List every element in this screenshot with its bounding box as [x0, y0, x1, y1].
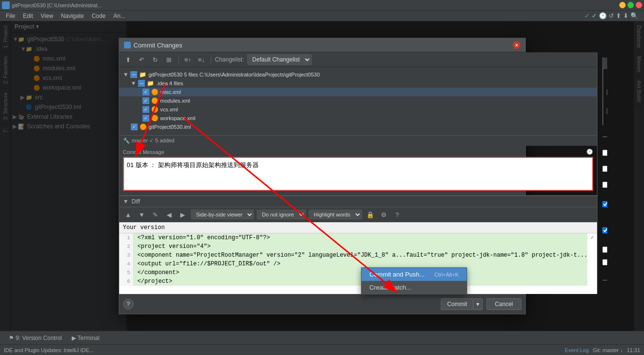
- diff-up-btn[interactable]: ▲: [123, 209, 134, 220]
- terminal-tab[interactable]: ▶ Terminal: [67, 333, 104, 343]
- menu-an[interactable]: An...: [110, 12, 129, 20]
- git-pull-icon[interactable]: ⬇: [623, 12, 628, 19]
- linecontent-6: </project>: [134, 277, 588, 286]
- create-patch-label: Create Patch...: [369, 284, 411, 291]
- commit-push-item[interactable]: Commit and Push... Ctrl+Alt+K: [361, 268, 466, 281]
- git-options-panel: Git Author: Amend commit: [597, 52, 607, 294]
- toolbar-move-up-btn[interactable]: ⬆: [123, 54, 134, 65]
- diff-down-btn[interactable]: ▼: [137, 209, 147, 220]
- ide-shell: gitProject0530 [C:\Users\Administrat... …: [0, 0, 644, 355]
- modal-modules-row[interactable]: ✓ 🟠 modules.xml: [119, 96, 597, 105]
- maximize-btn[interactable]: [628, 2, 634, 8]
- toolbar-sort-btn[interactable]: ≡↑: [183, 54, 193, 65]
- modules-checkbox[interactable]: ✓: [142, 97, 149, 104]
- version-control-tab[interactable]: ⚑ 9: Version Control: [4, 333, 67, 343]
- diff-version-label: Your version: [119, 222, 597, 233]
- commit-msg-textarea[interactable]: 01 版本 ： 架构师将项目原始架构推送到服务器: [123, 157, 594, 191]
- help-button[interactable]: ?: [123, 299, 134, 309]
- diff-help-btn[interactable]: ?: [392, 209, 403, 220]
- cleanup-cb[interactable]: [602, 247, 607, 253]
- highlight-select[interactable]: Highlight words: [309, 210, 362, 219]
- modal-misc-row[interactable]: ✓ 🟠 misc.xml: [119, 88, 597, 96]
- notification-text: IDE and Plugin Updates: IntelliJ IDE...: [4, 347, 94, 353]
- toolbar-sort2-btn[interactable]: ≡↓: [196, 54, 207, 65]
- minimize-btn[interactable]: [619, 2, 626, 8]
- vcs-file-icon2: 🟠: [151, 106, 158, 113]
- git-status-text: Git: master ↓: [593, 347, 623, 353]
- copyright-cb[interactable]: [602, 259, 607, 265]
- menu-edit[interactable]: Edit: [19, 12, 37, 20]
- modal-close-btn[interactable]: ✕: [513, 41, 520, 49]
- toolbar-refresh-btn[interactable]: ↻: [150, 54, 161, 65]
- commit-dialog: Commit Changes ✕ ⬆ ↶ ↻ ⊞: [119, 38, 526, 314]
- close-btn[interactable]: [636, 2, 642, 8]
- rearrange-cb[interactable]: [602, 166, 607, 172]
- viewer-select[interactable]: Side-by-side viewer: [191, 210, 254, 219]
- diff-viewer: Your version 1 <?xml version="1.0" encod…: [119, 222, 597, 294]
- linenum-4: 4: [119, 260, 134, 268]
- create-patch-item[interactable]: Create Patch...: [361, 281, 466, 294]
- vcs-checkbox[interactable]: ✓: [142, 106, 149, 113]
- author-label: Author:: [607, 74, 607, 81]
- commit-arrow-btn[interactable]: ▾: [473, 298, 483, 310]
- git-master-icon: 🔧: [123, 138, 130, 144]
- diff-left-btn[interactable]: ◀: [164, 209, 174, 220]
- modal-iml-row[interactable]: ✓ 🟠 gitProject0530.iml: [119, 123, 597, 131]
- diff-line-3: 3 <component name="ProjectRootManager" v…: [119, 251, 597, 260]
- linecontent-4: <output url="file://$PROJECT_DIR$/out" /…: [134, 260, 588, 268]
- git-rollback-icon[interactable]: ↺: [609, 12, 614, 19]
- modules-file-label: modules.xml: [160, 98, 190, 104]
- menu-view[interactable]: View: [37, 12, 57, 20]
- diff-edit-btn[interactable]: ✎: [150, 209, 161, 220]
- misc-checkbox[interactable]: ✓: [142, 89, 149, 95]
- amend-checkbox[interactable]: [607, 89, 607, 95]
- cancel-button[interactable]: Cancel: [487, 298, 521, 310]
- modal-status-bar: 🔧 master ✓ 5 added: [119, 135, 597, 146]
- iml-checkbox[interactable]: ✓: [131, 123, 138, 130]
- changelist-select[interactable]: Default Changelist: [247, 54, 312, 65]
- diff-lock-icon[interactable]: 🔒: [365, 209, 376, 220]
- modal-idea-row[interactable]: ▼ ─ 📁 .idea 4 files: [119, 79, 597, 88]
- diff-toggle-icon[interactable]: ▼: [123, 198, 129, 205]
- workspace-checkbox[interactable]: ✓: [142, 115, 149, 122]
- menu-code[interactable]: Code: [88, 12, 110, 20]
- toolbar-grid-btn[interactable]: ⊞: [164, 54, 174, 65]
- diff-settings-btn[interactable]: ⚙: [378, 209, 389, 220]
- git-tick-icon[interactable]: ✔: [592, 12, 597, 19]
- reformat-cb[interactable]: [602, 150, 607, 156]
- diff-line-2: 2 <project version="4">: [119, 242, 597, 251]
- modal-icon: [124, 42, 131, 48]
- diff-right-btn[interactable]: ▶: [177, 209, 188, 220]
- modal-root-row[interactable]: ▼ ─ 📁 gitProject0530 5 files C:\Users\Ad…: [119, 70, 597, 79]
- modal-workspace-row[interactable]: ✓ 🟠 workspace.xml: [119, 114, 597, 123]
- git-push-icon[interactable]: ⬆: [616, 12, 621, 19]
- idea-checkbox[interactable]: ─: [138, 80, 145, 87]
- bottom-panel: ⚑ 9: Version Control ▶ Terminal: [0, 331, 644, 344]
- modal-footer: ? Commit ▾ Cancel Commit and Push... Ctr…: [119, 294, 525, 314]
- diff-section: ▼ Diff ▲ ▼ ✎ ◀ ▶: [119, 196, 597, 294]
- iml-file-label: gitProject0530.iml: [149, 124, 191, 130]
- optimize-cb[interactable]: [602, 182, 607, 188]
- menu-file[interactable]: File: [2, 12, 19, 20]
- checkmark-2: [587, 242, 597, 251]
- git-history-icon[interactable]: 🕐: [599, 12, 607, 19]
- ignore-select[interactable]: Do not ignore: [257, 210, 306, 219]
- event-log-link[interactable]: Event Log: [565, 347, 589, 353]
- toolbar-undo-btn[interactable]: ↶: [137, 54, 147, 65]
- checktodo-cb[interactable]: [602, 227, 607, 233]
- statusbar-time: 11:31: [627, 347, 640, 353]
- signoff-checkbox[interactable]: [607, 108, 607, 114]
- commit-main-btn[interactable]: Commit: [441, 298, 473, 310]
- misc-file-label: misc.xml: [160, 89, 181, 95]
- commit-msg-label: Commit Message 🕐: [123, 149, 594, 155]
- git-search-icon[interactable]: 🔍: [630, 12, 638, 19]
- modal-overlay: Commit Changes ✕ ⬆ ↶ ↻ ⊞: [0, 21, 644, 331]
- modal-vcs-row[interactable]: ✓ 🟠 vcs.xml: [119, 105, 597, 114]
- menu-navigate[interactable]: Navigate: [57, 12, 88, 20]
- git-checkmark-icon[interactable]: ✓: [584, 12, 590, 19]
- linenum-1: 1: [119, 233, 134, 242]
- root-checkbox[interactable]: ─: [130, 71, 137, 78]
- linecontent-2: <project version="4">: [134, 242, 588, 251]
- git-section-body: Author: Amend commit Sign-off commit: [603, 69, 607, 125]
- codeanalysis-cb[interactable]: [602, 201, 607, 207]
